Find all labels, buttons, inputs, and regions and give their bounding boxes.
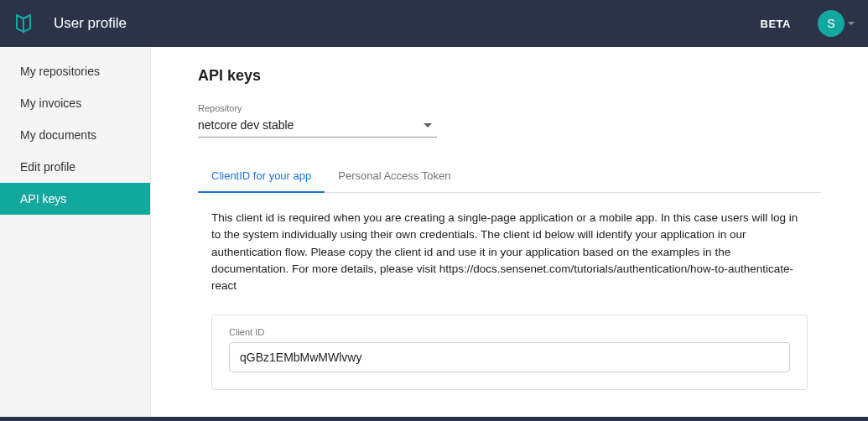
sidebar-item-label: Edit profile: [20, 160, 75, 174]
sidebar-item-my-documents[interactable]: My documents: [0, 119, 150, 151]
sidebar-item-label: My invoices: [20, 96, 81, 110]
sidebar-item-my-repositories[interactable]: My repositories: [0, 55, 150, 87]
chevron-down-icon: [848, 22, 855, 25]
user-menu[interactable]: S: [818, 10, 855, 37]
beta-badge: BETA: [761, 18, 791, 30]
main-content: API keys Repository netcore dev stable C…: [151, 47, 868, 417]
avatar: S: [818, 10, 845, 37]
repository-select[interactable]: netcore dev stable: [198, 115, 437, 138]
tabs: ClientID for your app Personal Access To…: [198, 161, 821, 193]
tab-client-id[interactable]: ClientID for your app: [198, 161, 325, 192]
repository-select-value: netcore dev stable: [198, 118, 294, 132]
client-id-label: Client ID: [229, 327, 790, 337]
chevron-down-icon: [424, 123, 432, 127]
repository-label: Repository: [198, 103, 821, 113]
client-id-description: This client id is required when you are …: [198, 210, 821, 294]
client-id-box: Client ID: [211, 314, 808, 390]
client-id-input[interactable]: [229, 342, 790, 372]
sidebar: My repositories My invoices My documents…: [0, 47, 151, 417]
tab-label: Personal Access Token: [338, 169, 450, 182]
tab-personal-access-token[interactable]: Personal Access Token: [325, 161, 464, 192]
tab-label: ClientID for your app: [211, 169, 311, 182]
sidebar-item-label: My repositories: [20, 65, 100, 78]
sidebar-item-edit-profile[interactable]: Edit profile: [0, 151, 150, 183]
page-header-title: User profile: [54, 15, 127, 32]
sidebar-item-api-keys[interactable]: API keys: [0, 183, 150, 215]
sidebar-item-label: My documents: [20, 128, 96, 142]
sidebar-item-my-invoices[interactable]: My invoices: [0, 87, 150, 119]
sidebar-item-label: API keys: [20, 192, 66, 205]
logo-icon[interactable]: [13, 13, 34, 34]
footer: [0, 417, 868, 421]
header: User profile BETA S: [0, 0, 868, 47]
page-title: API keys: [198, 67, 821, 85]
